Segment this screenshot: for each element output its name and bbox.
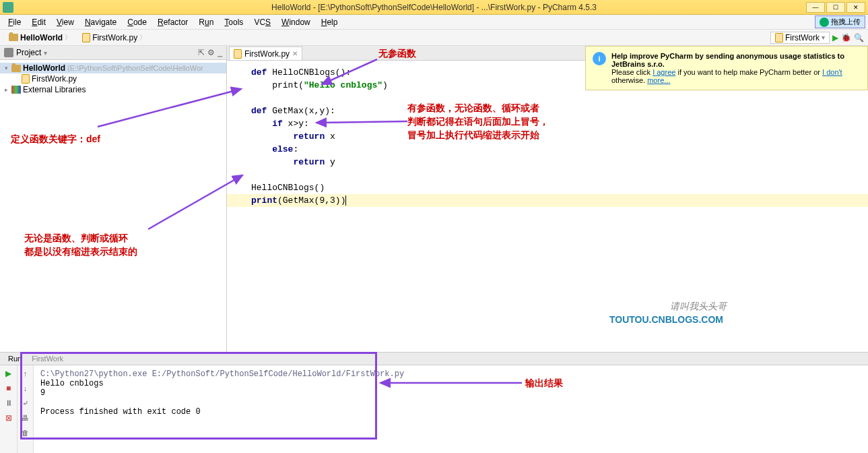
tree-external-libs[interactable]: ▸ External Libraries — [0, 84, 226, 95]
run-config-tab[interactable]: FirstWork — [28, 354, 67, 363]
libraries-icon — [11, 86, 21, 94]
console-command: C:\Python27\python.exe E:/PythonSoft/Pyt… — [40, 369, 861, 379]
menu-help[interactable]: Help — [316, 16, 343, 28]
tree-node-label: HelloWorld — [23, 63, 65, 73]
python-file-icon — [234, 49, 242, 59]
menu-refactor[interactable]: Refactor — [152, 16, 193, 28]
upload-icon — [820, 18, 829, 27]
rerun-button[interactable]: ▶ — [3, 368, 14, 379]
drag-upload-label: 拖拽上传 — [831, 17, 861, 27]
watermark-text: 请叫我头头哥 — [670, 301, 727, 313]
console-line: 9 — [40, 388, 861, 398]
notification-body: Please click I agree if you want to help… — [611, 68, 861, 76]
editor-area: FirstWork.py ✕ def HelloCNBlogs(): print… — [227, 46, 868, 352]
folder-icon — [11, 65, 21, 72]
console-line: Hello cnblogs — [40, 379, 861, 388]
collapse-icon[interactable]: ⇱ — [198, 48, 205, 57]
toolbar-right: FirstWork ▾ ▶ 🐞 🔍 — [770, 32, 864, 44]
more-link[interactable]: more... — [647, 76, 670, 84]
notification-title: Help improve PyCharm by sending anonymou… — [611, 52, 861, 68]
search-icon[interactable]: 🔍 — [854, 33, 864, 42]
run-button[interactable]: ▶ — [832, 33, 838, 42]
trash-icon[interactable]: 🗑 — [20, 427, 31, 438]
notification-panel: i Help improve PyCharm by sending anonym… — [585, 46, 868, 90]
tab-label: FirstWork.py — [244, 49, 290, 59]
menu-window[interactable]: Window — [276, 16, 316, 28]
close-button[interactable]: ✕ — [846, 2, 865, 13]
toolbar: HelloWorld 〉 FirstWork.py 〉 FirstWork ▾ … — [0, 30, 868, 46]
maximize-button[interactable]: ☐ — [826, 2, 845, 13]
menu-edit[interactable]: Edit — [26, 16, 51, 28]
close-tab-icon[interactable]: ✕ — [292, 50, 298, 57]
gear-icon[interactable]: ⚙ — [207, 48, 215, 57]
debug-button[interactable]: 🐞 — [841, 33, 851, 42]
project-panel-title: Project — [16, 48, 41, 57]
tree-node-label: FirstWork.py — [32, 74, 77, 84]
project-sidebar: Project ▾ ⇱ ⚙ ⎯ ▾ HelloWorld (E:\PythonS… — [0, 46, 227, 352]
console-output[interactable]: C:\Python27\python.exe E:/PythonSoft/Pyt… — [34, 365, 868, 453]
menu-file[interactable]: File — [3, 16, 26, 28]
breadcrumb: HelloWorld 〉 FirstWork.py 〉 — [4, 32, 151, 44]
print-icon[interactable]: 🖶 — [20, 413, 31, 423]
run-config-label: FirstWork — [785, 33, 820, 42]
chevron-down-icon: ▾ — [822, 34, 825, 41]
menu-view[interactable]: View — [51, 16, 79, 28]
menu-code[interactable]: Code — [122, 16, 152, 28]
menu-navigate[interactable]: Navigate — [79, 16, 122, 28]
run-config-selector[interactable]: FirstWork ▾ — [770, 32, 830, 44]
run-panel: Run FirstWork ▶ ■ ⏸ ⊠ ↑ ↓ ⤶ 🖶 🗑 C:\Pytho… — [0, 352, 868, 453]
menu-bar: File Edit View Navigate Code Refactor Ru… — [0, 15, 868, 30]
menu-tools[interactable]: Tools — [219, 16, 248, 28]
run-toolbar-left: ▶ ■ ⏸ ⊠ — [0, 365, 18, 453]
annotation-def-keyword: 定义函数关键字：def — [11, 133, 100, 146]
console-wrap: ▶ ■ ⏸ ⊠ ↑ ↓ ⤶ 🖶 🗑 C:\Python27\python.exe… — [0, 365, 868, 453]
python-file-icon — [775, 33, 783, 42]
wrap-icon[interactable]: ⤶ — [20, 398, 31, 409]
python-file-icon — [82, 33, 90, 42]
dont-link[interactable]: I don't — [822, 68, 842, 76]
watermark-url: TOUTOU.CNBLOGS.COM — [609, 314, 723, 325]
menu-vcs[interactable]: VCS — [248, 16, 276, 28]
crumb-project-label: HelloWorld — [20, 33, 63, 42]
run-toolbar-right: ↑ ↓ ⤶ 🖶 🗑 — [18, 365, 34, 453]
chevron-right-icon: 〉 — [65, 33, 71, 42]
main-area: Project ▾ ⇱ ⚙ ⎯ ▾ HelloWorld (E:\PythonS… — [0, 46, 868, 352]
tree-project-root[interactable]: ▾ HelloWorld (E:\PythonSoft\PythonSelfCo… — [0, 63, 226, 73]
project-tree: ▾ HelloWorld (E:\PythonSoft\PythonSelfCo… — [0, 60, 226, 98]
console-line: Process finished with exit code 0 — [40, 407, 861, 417]
tree-node-label: External Libraries — [23, 85, 86, 94]
tree-file[interactable]: FirstWork.py — [0, 73, 226, 84]
window-title: HelloWorld - [E:\PythonSoft\PythonSelfCo… — [271, 3, 597, 12]
panel-controls: ⇱ ⚙ ⎯ — [198, 48, 222, 57]
close-run-button[interactable]: ⊠ — [3, 413, 14, 423]
menu-run[interactable]: Run — [193, 16, 219, 28]
agree-link[interactable]: I agree — [653, 68, 675, 76]
crumb-file[interactable]: FirstWork.py 〉 — [77, 32, 151, 44]
run-tab[interactable]: Run — [4, 354, 26, 363]
run-panel-tabs: Run FirstWork — [0, 353, 868, 365]
annotation-indent-end: 无论是函数、判断或循环 都是以没有缩进表示结束的 — [24, 231, 137, 258]
chevron-right-icon: 〉 — [139, 33, 146, 42]
minimize-button[interactable]: — — [806, 2, 825, 13]
project-icon — [4, 48, 13, 57]
crumb-file-label: FirstWork.py — [92, 33, 137, 42]
editor-tab[interactable]: FirstWork.py ✕ — [229, 47, 302, 60]
app-icon — [3, 2, 13, 13]
up-icon[interactable]: ↑ — [20, 368, 31, 379]
tree-node-path: (E:\PythonSoft\PythonSelfCode\HelloWor — [67, 64, 203, 72]
down-icon[interactable]: ↓ — [20, 383, 31, 394]
project-panel-header[interactable]: Project ▾ ⇱ ⚙ ⎯ — [0, 46, 226, 60]
info-icon: i — [593, 52, 606, 65]
python-file-icon — [22, 74, 30, 84]
window-buttons: — ☐ ✕ — [806, 2, 865, 13]
title-bar: HelloWorld - [E:\PythonSoft\PythonSelfCo… — [0, 0, 868, 15]
stop-button[interactable]: ■ — [3, 383, 14, 394]
pause-button[interactable]: ⏸ — [3, 398, 14, 409]
crumb-project[interactable]: HelloWorld 〉 — [4, 32, 76, 44]
folder-icon — [9, 34, 18, 41]
drag-upload-button[interactable]: 拖拽上传 — [815, 16, 865, 28]
hide-icon[interactable]: ⎯ — [218, 48, 222, 57]
